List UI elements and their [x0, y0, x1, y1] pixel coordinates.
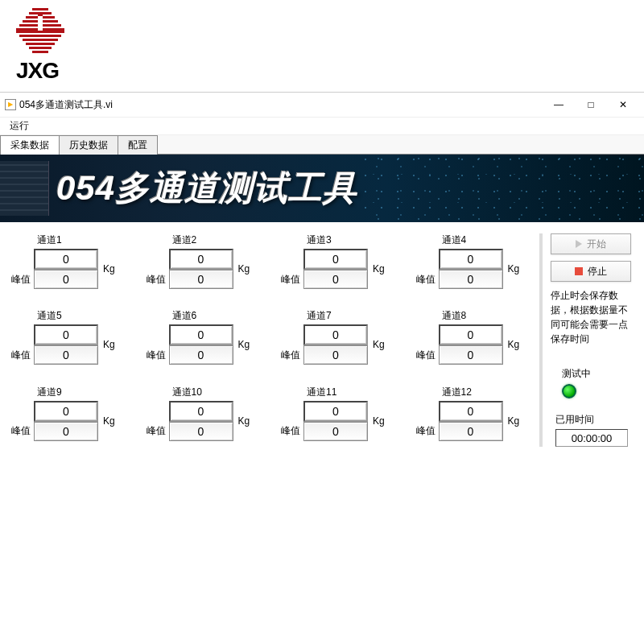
- channel-value-display: 0: [439, 324, 503, 345]
- status-led-icon: [562, 384, 576, 398]
- peak-label: 峰值: [143, 273, 169, 287]
- unit-label: Kg: [103, 249, 115, 289]
- channel-peak-display: 0: [303, 345, 368, 365]
- peak-label: 峰值: [143, 424, 169, 438]
- elapsed-time-value: 00:00:00: [555, 429, 628, 447]
- app-window: 054多通道测试工具.vi — □ ✕ 运行 采集数据 历史数据 配置 054多…: [0, 92, 644, 458]
- channel-name: 通道2: [143, 233, 266, 247]
- unit-label: Kg: [103, 324, 115, 365]
- peak-label: 峰值: [413, 273, 439, 287]
- channel-1: 通道1峰值00Kg: [8, 233, 130, 295]
- tab-config[interactable]: 配置: [118, 135, 158, 155]
- peak-label: 峰值: [8, 273, 34, 287]
- svg-rect-12: [38, 13, 43, 16]
- window-titlebar: 054多通道测试工具.vi — □ ✕: [0, 93, 644, 118]
- elapsed-time-block: 已用时间 00:00:00: [551, 413, 636, 447]
- peak-label: 峰值: [8, 424, 34, 438]
- unit-label: Kg: [508, 249, 520, 289]
- channel-peak-display: 0: [303, 270, 368, 289]
- channel-peak-display: 0: [439, 270, 503, 289]
- window-controls: — □ ✕: [543, 96, 639, 114]
- window-title: 054多通道测试工具.vi: [19, 98, 543, 112]
- channel-value-display: 0: [169, 249, 233, 270]
- main-content: 通道1峰值00Kg通道2峰值00Kg通道3峰值00Kg通道4峰值00Kg通道5峰…: [0, 222, 644, 458]
- channel-2: 通道2峰值00Kg: [143, 233, 266, 295]
- stop-icon: [575, 267, 583, 275]
- svg-rect-10: [32, 51, 48, 53]
- maximize-button[interactable]: □: [575, 96, 607, 114]
- svg-rect-7: [23, 39, 58, 41]
- banner-header: 054多通道测试工具: [0, 155, 644, 222]
- channel-peak-display: 0: [169, 422, 233, 441]
- channel-12: 通道12峰值00Kg: [413, 386, 535, 447]
- unit-label: Kg: [238, 249, 250, 289]
- channel-peak-display: 0: [34, 345, 98, 365]
- channel-name: 通道4: [413, 233, 535, 247]
- channel-5: 通道5峰值00Kg: [8, 309, 130, 370]
- status-label: 测试中: [551, 367, 636, 381]
- peak-label: 峰值: [413, 424, 439, 438]
- channel-name: 通道10: [143, 386, 266, 399]
- channels-grid: 通道1峰值00Kg通道2峰值00Kg通道3峰值00Kg通道4峰值00Kg通道5峰…: [8, 233, 535, 447]
- tab-history-data[interactable]: 历史数据: [59, 135, 118, 155]
- play-icon: [576, 240, 582, 248]
- channel-value-display: 0: [303, 401, 368, 422]
- channel-value-display: 0: [439, 249, 503, 270]
- channel-8: 通道8峰值00Kg: [413, 309, 535, 370]
- channel-value-display: 0: [303, 249, 368, 270]
- svg-rect-9: [29, 47, 52, 49]
- save-note-text: 停止时会保存数据，根据数据量不同可能会需要一点保存时间: [551, 288, 636, 346]
- svg-rect-8: [26, 43, 55, 45]
- menu-run[interactable]: 运行: [6, 118, 32, 133]
- brand-logo-mark: [16, 8, 64, 53]
- peak-label: 峰值: [278, 273, 303, 287]
- banner-title: 054多通道测试工具: [56, 166, 357, 211]
- channel-name: 通道7: [278, 309, 400, 323]
- unit-label: Kg: [373, 324, 385, 365]
- start-button[interactable]: 开始: [551, 233, 631, 254]
- channel-peak-display: 0: [34, 422, 98, 441]
- channel-name: 通道12: [413, 386, 535, 399]
- menu-bar: 运行: [0, 118, 644, 135]
- channel-peak-display: 0: [34, 270, 98, 289]
- tab-collect-data[interactable]: 采集数据: [0, 135, 60, 155]
- channel-name: 通道1: [8, 233, 130, 247]
- channel-value-display: 0: [303, 324, 368, 345]
- brand-logo-area: JXG: [0, 0, 644, 92]
- channel-name: 通道8: [413, 309, 535, 323]
- channel-value-display: 0: [169, 401, 233, 422]
- channel-6: 通道6峰值00Kg: [143, 309, 266, 370]
- channel-3: 通道3峰值00Kg: [278, 233, 400, 295]
- tab-strip: 采集数据 历史数据 配置: [0, 135, 644, 155]
- channel-value-display: 0: [34, 249, 98, 270]
- stop-button[interactable]: 停止: [551, 261, 631, 282]
- channel-value-display: 0: [169, 324, 233, 345]
- side-panel: 开始 停止 停止时会保存数据，根据数据量不同可能会需要一点保存时间 测试中 已用…: [539, 233, 636, 447]
- unit-label: Kg: [373, 401, 385, 441]
- close-button[interactable]: ✕: [607, 96, 639, 114]
- peak-label: 峰值: [8, 349, 34, 362]
- svg-rect-6: [19, 35, 61, 37]
- unit-label: Kg: [508, 401, 520, 441]
- peak-label: 峰值: [413, 349, 439, 362]
- peak-label: 峰值: [143, 349, 169, 362]
- channel-name: 通道5: [8, 309, 130, 323]
- channel-name: 通道3: [278, 233, 400, 247]
- channel-peak-display: 0: [169, 345, 233, 365]
- unit-label: Kg: [238, 324, 250, 365]
- channel-peak-display: 0: [439, 345, 503, 365]
- channel-name: 通道11: [278, 386, 400, 399]
- channel-peak-display: 0: [303, 422, 368, 441]
- labview-vi-icon: [5, 99, 16, 110]
- channel-value-display: 0: [34, 324, 98, 345]
- channel-value-display: 0: [439, 401, 503, 422]
- peak-label: 峰值: [278, 424, 303, 438]
- minimize-button[interactable]: —: [543, 96, 575, 114]
- peak-label: 峰值: [278, 349, 303, 362]
- elapsed-time-label: 已用时间: [551, 413, 636, 427]
- channel-4: 通道4峰值00Kg: [413, 233, 535, 295]
- status-block: 测试中: [551, 367, 636, 398]
- channel-7: 通道7峰值00Kg: [278, 309, 400, 370]
- channel-value-display: 0: [34, 401, 98, 422]
- channel-10: 通道10峰值00Kg: [143, 386, 266, 447]
